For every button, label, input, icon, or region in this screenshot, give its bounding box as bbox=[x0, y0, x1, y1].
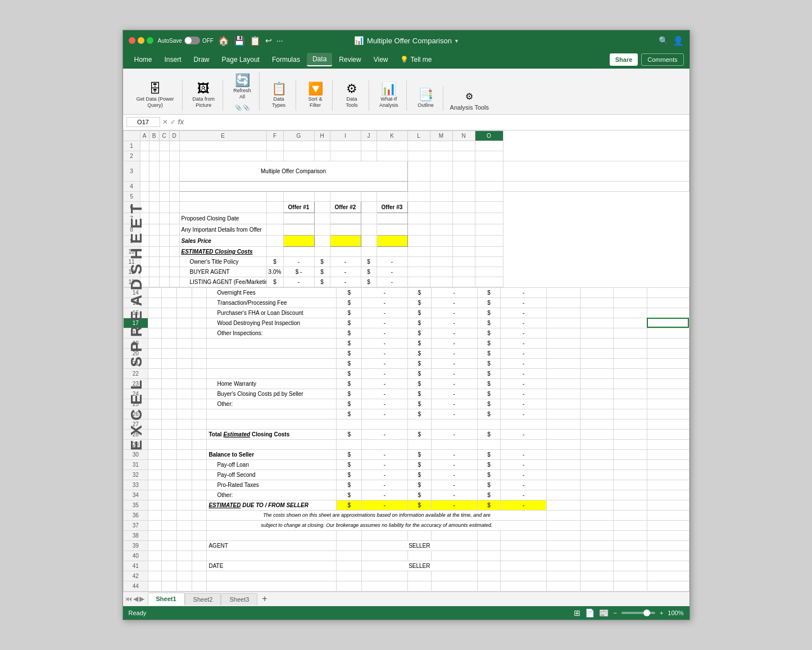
cell-5l[interactable] bbox=[407, 191, 430, 201]
cell-2h[interactable] bbox=[314, 151, 330, 161]
cell-17-g[interactable]: - bbox=[362, 318, 408, 328]
cell-8o[interactable] bbox=[475, 224, 503, 235]
cell-36-d[interactable] bbox=[192, 510, 207, 520]
col-header-l[interactable]: L bbox=[407, 130, 430, 141]
cell-19-k[interactable]: - bbox=[501, 338, 547, 348]
cell-10n[interactable] bbox=[452, 246, 475, 256]
cell-2e[interactable] bbox=[179, 151, 266, 161]
cell-22-h[interactable]: $ bbox=[407, 368, 431, 378]
cell-10o[interactable] bbox=[475, 246, 503, 256]
offer1-header[interactable]: Offer #1 bbox=[283, 201, 314, 213]
menu-data[interactable]: Data bbox=[307, 53, 332, 66]
col-header-e[interactable]: E bbox=[179, 130, 266, 141]
col-header-j[interactable]: J bbox=[361, 130, 376, 141]
cell-19-m[interactable] bbox=[580, 338, 614, 348]
page-layout-icon[interactable]: 📰 bbox=[599, 608, 609, 617]
cell-32-g[interactable]: - bbox=[362, 470, 408, 480]
cell-7i[interactable] bbox=[330, 213, 361, 224]
refresh-button[interactable]: 🔄 RefreshAll bbox=[230, 72, 255, 102]
cell-27-4[interactable] bbox=[207, 419, 337, 429]
cell-22-k[interactable]: - bbox=[501, 368, 547, 378]
cell-4l[interactable] bbox=[430, 181, 452, 191]
cell-23-m[interactable] bbox=[580, 378, 614, 389]
cell-29-0[interactable] bbox=[148, 439, 162, 449]
cell-35-j[interactable]: $ bbox=[477, 500, 501, 510]
col-header-g[interactable]: G bbox=[283, 130, 314, 141]
cell-4k[interactable] bbox=[407, 181, 430, 191]
cell-35-o[interactable] bbox=[647, 500, 689, 510]
cell-3c[interactable] bbox=[159, 161, 169, 181]
cell-29-14[interactable] bbox=[647, 439, 689, 449]
cell-17-b[interactable] bbox=[162, 318, 177, 328]
cell-41-j[interactable] bbox=[477, 561, 501, 571]
cell-18-o[interactable] bbox=[647, 328, 689, 338]
cell-39-b[interactable] bbox=[162, 540, 177, 550]
cell-29-3[interactable] bbox=[192, 439, 207, 449]
cell-29-8[interactable] bbox=[431, 439, 477, 449]
cell-35-i[interactable]: - bbox=[431, 500, 477, 510]
cell-30-g[interactable]: - bbox=[362, 449, 408, 459]
cell-2i[interactable] bbox=[330, 151, 361, 161]
cell-35-c[interactable] bbox=[176, 500, 192, 510]
cell-36-text[interactable]: The costs shown on this sheet are approx… bbox=[207, 510, 547, 520]
cell-32-n[interactable] bbox=[614, 470, 647, 480]
profile-icon[interactable]: 👤 bbox=[673, 35, 684, 46]
cell-6o[interactable] bbox=[475, 201, 503, 213]
cell-35-d[interactable] bbox=[192, 500, 207, 510]
menu-tell-me[interactable]: 💡 Tell me bbox=[394, 53, 437, 66]
cell-44-12[interactable] bbox=[580, 581, 614, 591]
cell-40-0[interactable] bbox=[148, 550, 162, 561]
cell-29-5[interactable] bbox=[337, 439, 362, 449]
cell-8m[interactable] bbox=[430, 224, 452, 235]
cell-5e[interactable] bbox=[179, 191, 266, 201]
cell-15-m[interactable] bbox=[580, 297, 614, 308]
cell-25-g[interactable]: - bbox=[362, 399, 408, 409]
cell-9k-yellow[interactable] bbox=[376, 235, 407, 246]
cell-30-o[interactable] bbox=[647, 449, 689, 459]
cell-42-6[interactable] bbox=[362, 571, 408, 581]
cell-31-e[interactable]: Pay-off Loan bbox=[207, 459, 337, 470]
cell-40-10[interactable] bbox=[501, 550, 547, 561]
cell-44-9[interactable] bbox=[477, 581, 501, 591]
cell-31-l[interactable] bbox=[547, 459, 580, 470]
cell-16-b[interactable] bbox=[162, 308, 177, 318]
cell-19-h[interactable]: $ bbox=[407, 338, 431, 348]
cell-27-14[interactable] bbox=[647, 419, 689, 429]
cell-33-k[interactable]: - bbox=[501, 480, 547, 490]
cell-26-g[interactable]: - bbox=[362, 409, 408, 419]
cell-23-j[interactable]: $ bbox=[477, 378, 501, 389]
cell-8j[interactable] bbox=[361, 224, 376, 235]
cell-23-h[interactable]: $ bbox=[407, 378, 431, 389]
cell-20-c[interactable] bbox=[176, 348, 192, 358]
cell-44-11[interactable] bbox=[547, 581, 580, 591]
cell-2o[interactable] bbox=[475, 151, 503, 161]
cell-1o[interactable] bbox=[475, 141, 503, 151]
cell-24-f[interactable]: $ bbox=[337, 389, 362, 399]
search-icon[interactable]: 🔍 bbox=[659, 36, 668, 45]
cell-10e[interactable]: ESTIMATED Closing Costs bbox=[179, 246, 266, 256]
cell-25-l[interactable] bbox=[547, 399, 580, 409]
cell-42-9[interactable] bbox=[477, 571, 501, 581]
cell-9e[interactable]: Sales Price bbox=[179, 235, 266, 246]
cell-9c[interactable] bbox=[159, 235, 169, 246]
cell-42-1[interactable] bbox=[162, 571, 177, 581]
col-header-o[interactable]: O bbox=[475, 130, 503, 141]
cell-35-e[interactable]: ESTIMATED DUE TO / FROM SELLER bbox=[207, 500, 337, 510]
cell-35-a[interactable] bbox=[148, 500, 162, 510]
cell-2d[interactable] bbox=[169, 151, 179, 161]
cell-39-n[interactable] bbox=[614, 540, 647, 550]
cell-37-b[interactable] bbox=[162, 520, 177, 530]
cell-9j[interactable] bbox=[361, 235, 376, 246]
cell-13g[interactable]: - bbox=[283, 277, 314, 287]
cell-44-8[interactable] bbox=[431, 581, 477, 591]
cell-33-e[interactable]: Pro-Rated Taxes bbox=[207, 480, 337, 490]
cell-40-1[interactable] bbox=[162, 550, 177, 561]
cell-23-b[interactable] bbox=[162, 378, 177, 389]
cell-25-i[interactable]: - bbox=[431, 399, 477, 409]
cell-38-9[interactable] bbox=[477, 530, 501, 540]
cell-14-l[interactable] bbox=[547, 287, 580, 297]
col-header-i[interactable]: I bbox=[330, 130, 361, 141]
cell-28-h[interactable]: $ bbox=[407, 429, 431, 439]
cell-21-j[interactable]: $ bbox=[477, 358, 501, 368]
cell-30-n[interactable] bbox=[614, 449, 647, 459]
